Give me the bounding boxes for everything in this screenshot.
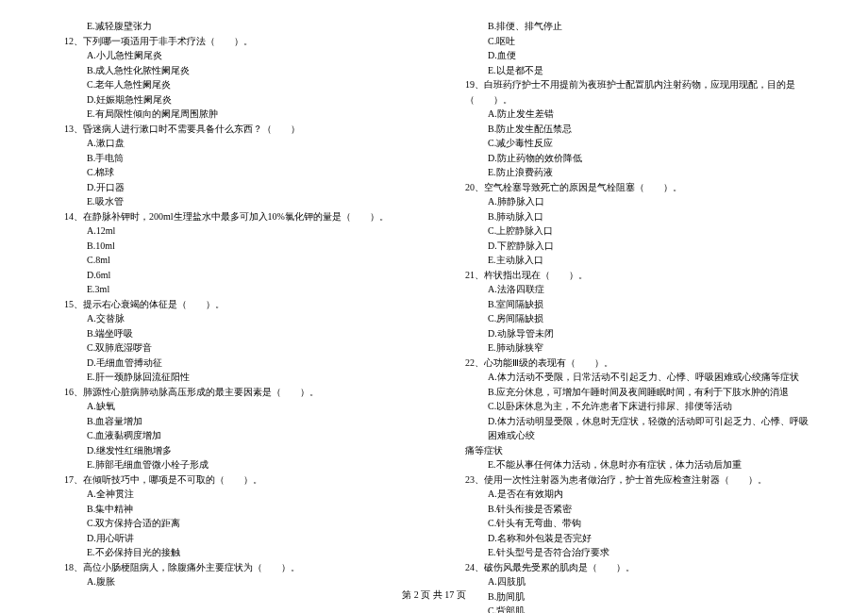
question-text: 13、昏迷病人进行漱口时不需要具备什么东西？（ ）: [57, 122, 410, 137]
page-container: E.减轻腹壁张力12、下列哪一项适用于非手术疗法（ ）。A.小儿急性阑尾炎B.成…: [0, 0, 868, 613]
answer-option: D.防止药物的效价降低: [458, 151, 811, 166]
answer-option: E.3ml: [57, 282, 410, 297]
question-text: 17、在倾听技巧中，哪项是不可取的（ ）。: [57, 472, 410, 488]
text-continuation: 痛等症状: [458, 443, 811, 458]
answer-option: A.交替脉: [57, 311, 410, 326]
answer-option: B.肺动脉入口: [458, 209, 811, 224]
answer-option: E.主动脉入口: [458, 253, 811, 268]
answer-option: A.四肢肌: [458, 574, 811, 589]
answer-option: D.血便: [458, 48, 811, 63]
answer-option: C.房间隔缺损: [458, 311, 811, 326]
answer-option: C.老年人急性阑尾炎: [57, 77, 410, 92]
answer-option: D.体力活动明显受限，休息时无症状，轻微的活动即可引起乏力、心悸、呼吸困难或心绞: [458, 414, 811, 443]
answer-option: E.肝一颈静脉回流征阳性: [57, 370, 410, 385]
answer-option: A.体力活动不受限，日常活动不引起乏力、心悸、呼吸困难或心绞痛等症状: [458, 370, 811, 385]
answer-option: D.用心听讲: [57, 531, 410, 546]
question-text: 15、提示右心衰竭的体征是（ ）。: [57, 297, 410, 312]
answer-option: B.应充分休息，可增加午睡时间及夜间睡眠时间，有利于下肢水肿的消退: [458, 385, 811, 400]
answer-option: B.排便、排气停止: [458, 19, 811, 34]
answer-option: D.妊娠期急性阑尾炎: [57, 92, 410, 108]
answer-option: C.上腔静脉入口: [458, 224, 811, 239]
answer-option: C.呕吐: [458, 34, 811, 49]
answer-option: B.集中精神: [57, 502, 410, 517]
answer-option: D.6ml: [57, 268, 410, 283]
answer-option: D.名称和外包装是否完好: [458, 531, 811, 546]
answer-option: B.血容量增加: [57, 414, 410, 429]
question-text: 18、高位小肠梗阻病人，除腹痛外主要症状为（ ）。: [57, 560, 410, 575]
question-text: 19、白班药疗护士不用提前为夜班护士配置肌内注射药物，应现用现配，目的是（ ）。: [458, 77, 811, 107]
answer-option: C.棉球: [57, 165, 410, 180]
question-text: 14、在静脉补钾时，200ml生理盐水中最多可加入10%氯化钾的量是（ ）。: [57, 209, 410, 224]
answer-option: C.8ml: [57, 253, 410, 268]
right-column: B.排便、排气停止C.呕吐D.血便E.以是都不是19、白班药疗护士不用提前为夜班…: [458, 19, 811, 613]
answer-option: E.吸水管: [57, 194, 410, 209]
answer-option: C.针头有无弯曲、带钩: [458, 516, 811, 531]
page-footer: 第 2 页 共 17 页: [0, 588, 868, 602]
answer-option: E.不能从事任何体力活动，休息时亦有症状，体力活动后加重: [458, 457, 811, 472]
answer-option: B.10ml: [57, 239, 410, 254]
answer-option: A.漱口盘: [57, 136, 410, 151]
answer-option: B.室间隔缺损: [458, 297, 811, 312]
answer-option: B.针头衔接是否紧密: [458, 502, 811, 517]
answer-option: A.小儿急性阑尾炎: [57, 48, 410, 63]
answer-option: A.缺氧: [57, 399, 410, 414]
question-text: 22、心功能Ⅲ级的表现有（ ）。: [458, 356, 811, 371]
question-text: 16、肺源性心脏病肺动脉高压形成的最主要因素是（ ）。: [57, 385, 410, 400]
answer-option: A.12ml: [57, 224, 410, 239]
answer-option: D.下腔静脉入口: [458, 239, 811, 254]
answer-option: B.端坐呼吸: [57, 326, 410, 341]
answer-option: D.毛细血管搏动征: [57, 356, 410, 371]
question-text: 12、下列哪一项适用于非手术疗法（ ）。: [57, 34, 410, 49]
question-text: 24、破伤风最先受累的肌肉是（ ）。: [458, 560, 811, 575]
answer-option: E.有局限性倾向的阑尾周围脓肿: [57, 107, 410, 122]
answer-option: E.减轻腹壁张力: [57, 19, 410, 34]
answer-option: C.以卧床休息为主，不允许患者下床进行排尿、排便等活动: [458, 399, 811, 414]
answer-option: A.是否在有效期内: [458, 487, 811, 502]
answer-option: E.防止浪费药液: [458, 165, 811, 180]
answer-option: D.继发性红细胞增多: [57, 443, 410, 458]
answer-option: A.防止发生差错: [458, 107, 811, 122]
answer-option: C.血液黏稠度增加: [57, 428, 410, 443]
answer-option: C.背部肌: [458, 604, 811, 613]
answer-option: E.不必保持目光的接触: [57, 545, 410, 560]
question-text: 21、杵状指出现在（ ）。: [458, 268, 811, 283]
answer-option: B.手电筒: [57, 151, 410, 166]
left-column: E.减轻腹壁张力12、下列哪一项适用于非手术疗法（ ）。A.小儿急性阑尾炎B.成…: [57, 19, 410, 613]
answer-option: D.开口器: [57, 180, 410, 195]
question-text: 23、使用一次性注射器为患者做治疗，护士首先应检查注射器（ ）。: [458, 472, 811, 488]
answer-option: E.针头型号是否符合治疗要求: [458, 545, 811, 560]
answer-option: E.肺部毛细血管微小栓子形成: [57, 457, 410, 472]
answer-option: C.减少毒性反应: [458, 136, 811, 151]
answer-option: A.腹胀: [57, 574, 410, 589]
answer-option: A.肺静脉入口: [458, 194, 811, 209]
question-text: 20、空气栓塞导致死亡的原因是气栓阻塞（ ）。: [458, 180, 811, 195]
answer-option: A.法洛四联症: [458, 282, 811, 297]
answer-option: B.成人急性化脓性阑尾炎: [57, 63, 410, 78]
answer-option: A.全神贯注: [57, 487, 410, 502]
answer-option: B.防止发生配伍禁忌: [458, 122, 811, 137]
answer-option: D.动脉导管未闭: [458, 326, 811, 341]
answer-option: E.以是都不是: [458, 63, 811, 78]
answer-option: C.双肺底湿啰音: [57, 340, 410, 356]
answer-option: E.肺动脉狭窄: [458, 340, 811, 356]
answer-option: C.双方保持合适的距离: [57, 516, 410, 531]
